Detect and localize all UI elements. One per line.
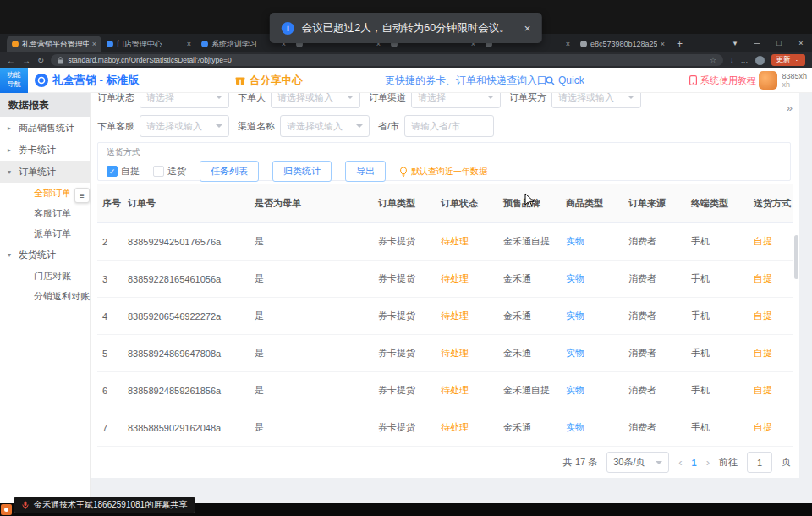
- filter-select[interactable]: 请选择或输入: [280, 115, 370, 137]
- table-row[interactable]: 6 83858924859261856a 是 券卡提货 待处理 金禾通自提 实物…: [97, 372, 793, 409]
- quick-entry-tip[interactable]: 更快捷的券卡、订单和快递查询入口: [385, 68, 547, 93]
- table-header: 序号 订单号 是否为母单 订单类型 订单状态 预售品牌 商品类型 订单来源 终端…: [97, 184, 793, 223]
- cell-goods-type[interactable]: 实物: [561, 347, 623, 360]
- cell-order-number: 83858859029162048a: [123, 423, 250, 433]
- sidebar-item[interactable]: ▸ 券卡统计: [0, 139, 90, 161]
- filter-select[interactable]: 请选择或输入: [271, 93, 360, 108]
- tutorial-link[interactable]: 系统使用教程: [689, 68, 756, 93]
- close-button[interactable]: ×: [790, 39, 812, 47]
- cell-order-type: 券卡提货: [373, 384, 436, 397]
- cell-goods-type[interactable]: 实物: [561, 384, 623, 397]
- cell-goods-type[interactable]: 实物: [561, 310, 623, 322]
- checkbox-icon: [107, 166, 118, 177]
- cell-is-parent: 是: [250, 310, 373, 322]
- share-center-link[interactable]: 合分享中心: [235, 68, 303, 93]
- prev-page-button[interactable]: ‹: [678, 456, 682, 469]
- cell-order-status: 待处理: [436, 347, 498, 360]
- sidebar-item-label: 派单订单: [34, 228, 71, 240]
- table-row[interactable]: 2 83859294250176576a 是 券卡提货 待处理 金禾通自提 实物…: [97, 223, 793, 261]
- tab-close-icon[interactable]: ×: [661, 40, 665, 48]
- more-tools-icon[interactable]: …: [741, 56, 749, 64]
- action-button[interactable]: 归类统计: [272, 161, 332, 182]
- sidebar-item-label: 门店对账: [34, 270, 71, 283]
- tab-close-icon[interactable]: ×: [187, 40, 191, 48]
- browser-profile-avatar[interactable]: [755, 56, 765, 65]
- sidebar-item[interactable]: ▾ 发货统计: [0, 244, 90, 266]
- sidebar-item[interactable]: 客服订单: [0, 203, 90, 223]
- browser-update-button[interactable]: 更新 ⋮: [771, 54, 806, 66]
- forward-icon[interactable]: →: [22, 56, 30, 65]
- tab-close-icon[interactable]: ×: [92, 40, 96, 48]
- filter-select[interactable]: 请选择: [140, 93, 229, 108]
- download-icon[interactable]: ↓: [730, 56, 734, 64]
- sidebar-collapse-toggle[interactable]: ≡: [74, 188, 90, 203]
- user-info[interactable]: 8385xh xh: [759, 68, 807, 93]
- main-content: 订单状态 请选择 下单人 请选择或输入 订单渠道 请选择: [91, 93, 799, 478]
- minimize-button[interactable]: ─: [746, 39, 768, 47]
- bookmark-star-icon[interactable]: ☆: [710, 56, 716, 64]
- next-page-button[interactable]: ›: [706, 456, 710, 469]
- filter-select[interactable]: 请选择: [411, 93, 501, 108]
- filter-select[interactable]: 请输入省/市: [404, 115, 494, 137]
- vertical-scrollbar-thumb[interactable]: [794, 235, 798, 279]
- table-row[interactable]: 3 83859228165461056a 是 券卡提货 待处理 金禾通 实物 消…: [97, 261, 793, 298]
- table-row[interactable]: 4 83859206546922272a 是 券卡提货 待处理 金禾通 实物 消…: [97, 298, 793, 335]
- filter-placeholder: 请选择: [418, 93, 446, 104]
- browser-menu-icon[interactable]: ⋮: [793, 56, 801, 64]
- filter-field: 省/市 请输入省/市: [378, 115, 494, 137]
- current-page[interactable]: 1: [692, 458, 697, 468]
- taskbar-app-icon[interactable]: [1, 504, 12, 515]
- sidebar-item[interactable]: ▾ 订单统计: [0, 161, 90, 183]
- cell-delivery-method: 自提: [749, 347, 793, 360]
- expand-filters-button[interactable]: »: [787, 102, 793, 114]
- sidebar-item[interactable]: 门店对账: [0, 266, 90, 286]
- table-row[interactable]: 5 83858924869647808a 是 券卡提货 待处理 金禾通 实物 消…: [97, 335, 793, 372]
- table-row[interactable]: 7 83858859029162048a 是 券卡提货 待处理 金禾通 实物 消…: [97, 409, 793, 447]
- maximize-button[interactable]: □: [768, 39, 790, 47]
- action-button[interactable]: 导出: [345, 161, 386, 182]
- avatar[interactable]: [759, 71, 777, 90]
- cell-order-status: 待处理: [436, 421, 498, 434]
- cell-goods-type[interactable]: 实物: [561, 272, 623, 285]
- delivery-checkbox[interactable]: 自提: [107, 165, 140, 178]
- sidebar-item[interactable]: 派单订单: [0, 223, 90, 244]
- filter-select[interactable]: 请选择或输入: [140, 115, 229, 137]
- toast-close-icon[interactable]: ×: [524, 22, 531, 35]
- window-controls: ▾ ─ □ ×: [724, 34, 812, 52]
- tab-title: 门店管理中心: [117, 39, 184, 50]
- update-label: 更新: [776, 55, 791, 65]
- app-title: 礼盒营销 - 标准版: [52, 73, 140, 88]
- checkbox-label: 送货: [167, 165, 186, 178]
- cell-presale-brand: 金禾通: [498, 310, 561, 322]
- cell-index: 4: [97, 311, 123, 321]
- browser-tab[interactable]: e8c573980b128a258fd2e6 ×: [575, 36, 670, 52]
- goto-page-input[interactable]: [747, 452, 772, 473]
- cell-order-status: 待处理: [436, 310, 498, 322]
- cell-delivery-method: 自提: [749, 310, 793, 322]
- filter-label: 下单客服: [97, 120, 134, 133]
- sidebar-item[interactable]: 分销返利对账: [0, 286, 90, 306]
- cell-goods-type[interactable]: 实物: [561, 235, 623, 248]
- reload-icon[interactable]: ↻: [37, 56, 44, 65]
- delivery-checkbox[interactable]: 送货: [153, 165, 186, 178]
- page-size-select[interactable]: 30条/页: [606, 452, 669, 473]
- gift-icon: [235, 75, 245, 85]
- cell-goods-type[interactable]: 实物: [561, 421, 623, 434]
- sidebar-item[interactable]: ▸ 商品销售统计: [0, 117, 90, 139]
- action-button[interactable]: 任务列表: [200, 161, 259, 182]
- tab-menu-icon[interactable]: ▾: [724, 39, 746, 47]
- quick-search[interactable]: Quick: [546, 68, 584, 93]
- back-icon[interactable]: ←: [7, 56, 15, 65]
- browser-tab[interactable]: 礼盒营销平台管理中心 ×: [7, 36, 102, 52]
- new-tab-button[interactable]: +: [670, 36, 689, 52]
- search-icon: [546, 76, 555, 85]
- function-nav-toggle[interactable]: 功能 导航: [0, 68, 28, 93]
- tab-close-icon[interactable]: ×: [566, 40, 570, 48]
- url-bar[interactable]: standard.maboy.cn/OrderStatisticsDetail?…: [51, 54, 723, 66]
- browser-tab[interactable]: 门店管理中心 ×: [102, 36, 196, 52]
- filter-row-1: 订单状态 请选择 下单人 请选择或输入 订单渠道 请选择: [97, 93, 641, 108]
- tutorial-label: 系统使用教程: [700, 74, 756, 87]
- cell-is-parent: 是: [250, 347, 373, 360]
- filter-select[interactable]: 请选择或输入: [551, 93, 641, 108]
- tab-title: 系统培训学习: [211, 39, 278, 50]
